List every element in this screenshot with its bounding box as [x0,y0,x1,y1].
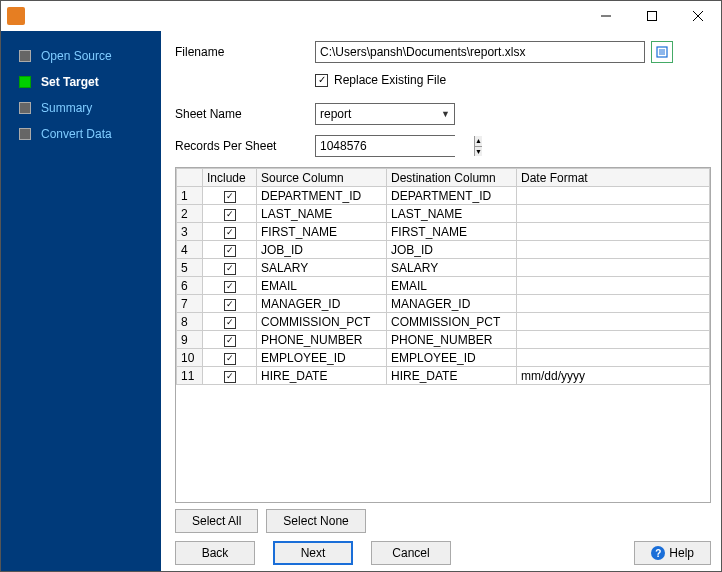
table-row[interactable]: 7✓MANAGER_IDMANAGER_ID [177,295,710,313]
sidebar-item-convert-data[interactable]: Convert Data [1,121,161,147]
include-cell[interactable]: ✓ [203,295,257,313]
datefmt-cell[interactable] [517,241,710,259]
help-button[interactable]: ? Help [634,541,711,565]
step-box-icon [19,50,31,62]
datefmt-cell[interactable]: mm/dd/yyyy [517,367,710,385]
dest-cell[interactable]: MANAGER_ID [387,295,517,313]
browse-button[interactable] [651,41,673,63]
dest-cell[interactable]: HIRE_DATE [387,367,517,385]
datefmt-cell[interactable] [517,205,710,223]
datefmt-header[interactable]: Date Format [517,169,710,187]
include-cell[interactable]: ✓ [203,259,257,277]
source-cell[interactable]: SALARY [257,259,387,277]
checkbox-icon: ✓ [224,263,236,275]
sidebar-item-summary[interactable]: Summary [1,95,161,121]
dest-cell[interactable]: LAST_NAME [387,205,517,223]
rownum-cell: 11 [177,367,203,385]
datefmt-cell[interactable] [517,331,710,349]
dest-header[interactable]: Destination Column [387,169,517,187]
source-cell[interactable]: PHONE_NUMBER [257,331,387,349]
include-cell[interactable]: ✓ [203,349,257,367]
dest-cell[interactable]: FIRST_NAME [387,223,517,241]
cancel-button[interactable]: Cancel [371,541,451,565]
checkbox-icon: ✓ [224,317,236,329]
chevron-down-icon: ▼ [441,109,450,119]
sheetname-select[interactable]: report ▼ [315,103,455,125]
dest-cell[interactable]: EMPLOYEE_ID [387,349,517,367]
records-label: Records Per Sheet [175,139,315,153]
table-row[interactable]: 10✓EMPLOYEE_IDEMPLOYEE_ID [177,349,710,367]
include-cell[interactable]: ✓ [203,313,257,331]
replace-existing-checkbox[interactable]: ✓ Replace Existing File [315,73,711,87]
select-none-button[interactable]: Select None [266,509,365,533]
table-row[interactable]: 3✓FIRST_NAMEFIRST_NAME [177,223,710,241]
source-cell[interactable]: EMAIL [257,277,387,295]
table-row[interactable]: 1✓DEPARTMENT_IDDEPARTMENT_ID [177,187,710,205]
maximize-button[interactable] [629,1,675,31]
datefmt-cell[interactable] [517,259,710,277]
table-row[interactable]: 4✓JOB_IDJOB_ID [177,241,710,259]
datefmt-cell[interactable] [517,223,710,241]
table-row[interactable]: 5✓SALARYSALARY [177,259,710,277]
dest-cell[interactable]: EMAIL [387,277,517,295]
rownum-cell: 7 [177,295,203,313]
rownum-cell: 8 [177,313,203,331]
maximize-icon [647,11,657,21]
close-button[interactable] [675,1,721,31]
spinner-up-button[interactable]: ▲ [475,136,482,147]
source-header[interactable]: Source Column [257,169,387,187]
rownum-cell: 2 [177,205,203,223]
datefmt-cell[interactable] [517,277,710,295]
dest-cell[interactable]: SALARY [387,259,517,277]
include-cell[interactable]: ✓ [203,277,257,295]
filename-input[interactable] [315,41,645,63]
dest-cell[interactable]: DEPARTMENT_ID [387,187,517,205]
source-cell[interactable]: HIRE_DATE [257,367,387,385]
browse-icon [655,45,669,59]
datefmt-cell[interactable] [517,295,710,313]
sidebar-item-label: Summary [41,101,92,115]
table-row[interactable]: 8✓COMMISSION_PCTCOMMISSION_PCT [177,313,710,331]
dest-cell[interactable]: COMMISSION_PCT [387,313,517,331]
back-button[interactable]: Back [175,541,255,565]
include-cell[interactable]: ✓ [203,241,257,259]
source-cell[interactable]: DEPARTMENT_ID [257,187,387,205]
include-cell[interactable]: ✓ [203,331,257,349]
source-cell[interactable]: LAST_NAME [257,205,387,223]
datefmt-cell[interactable] [517,349,710,367]
table-row[interactable]: 6✓EMAILEMAIL [177,277,710,295]
sidebar: Open Source Set Target Summary Convert D… [1,31,161,571]
sidebar-item-open-source[interactable]: Open Source [1,43,161,69]
datefmt-cell[interactable] [517,187,710,205]
table-row[interactable]: 9✓PHONE_NUMBERPHONE_NUMBER [177,331,710,349]
help-icon: ? [651,546,665,560]
dest-cell[interactable]: PHONE_NUMBER [387,331,517,349]
datefmt-cell[interactable] [517,313,710,331]
table-row[interactable]: 11✓HIRE_DATEHIRE_DATEmm/dd/yyyy [177,367,710,385]
rownum-cell: 3 [177,223,203,241]
dest-cell[interactable]: JOB_ID [387,241,517,259]
table-row[interactable]: 2✓LAST_NAMELAST_NAME [177,205,710,223]
sidebar-item-set-target[interactable]: Set Target [1,69,161,95]
sheetname-label: Sheet Name [175,107,315,121]
source-cell[interactable]: MANAGER_ID [257,295,387,313]
source-cell[interactable]: JOB_ID [257,241,387,259]
minimize-button[interactable] [583,1,629,31]
records-input[interactable] [316,136,474,156]
source-cell[interactable]: FIRST_NAME [257,223,387,241]
spinner-down-button[interactable]: ▼ [475,147,482,157]
records-per-sheet-spinner[interactable]: ▲ ▼ [315,135,455,157]
next-button[interactable]: Next [273,541,353,565]
include-cell[interactable]: ✓ [203,223,257,241]
checkbox-icon: ✓ [224,299,236,311]
include-cell[interactable]: ✓ [203,187,257,205]
include-cell[interactable]: ✓ [203,205,257,223]
select-all-button[interactable]: Select All [175,509,258,533]
source-cell[interactable]: EMPLOYEE_ID [257,349,387,367]
source-cell[interactable]: COMMISSION_PCT [257,313,387,331]
include-header[interactable]: Include [203,169,257,187]
include-cell[interactable]: ✓ [203,367,257,385]
checkbox-icon: ✓ [224,245,236,257]
rownum-cell: 5 [177,259,203,277]
help-label: Help [669,546,694,560]
